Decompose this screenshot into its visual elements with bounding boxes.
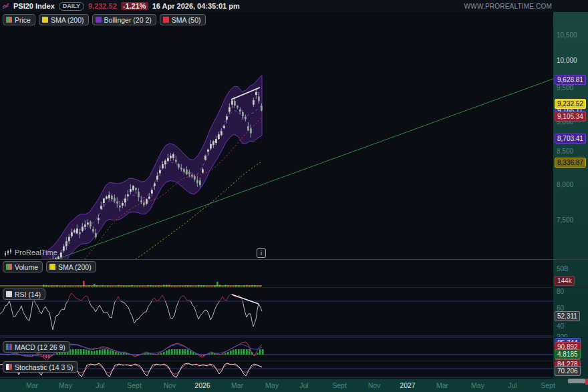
- legend-bollinger[interactable]: Bollinger (20 2): [92, 14, 156, 25]
- prorealtime-chart-window: PSI20 Index DAILY 9,232.52 -1.21% 16 Apr…: [0, 0, 588, 392]
- watermark-label: ProRealTime: [15, 248, 57, 256]
- bollinger-swatch-icon: [96, 17, 102, 23]
- legend-macd[interactable]: MACD (12 26 9): [3, 341, 70, 353]
- volume-swatch-icon: [6, 264, 12, 270]
- macd-legend-row: MACD (12 26 9): [3, 341, 70, 353]
- prorealtime-watermark: ProRealTime: [4, 248, 57, 256]
- legend-volume-label: Volume: [15, 263, 38, 271]
- legend-sma50-label: SMA (50): [172, 16, 201, 24]
- time-scrollbar-thumb[interactable]: [568, 379, 585, 383]
- legend-macd-label: MACD (12 26 9): [15, 343, 65, 351]
- sma50-swatch-icon: [163, 17, 169, 23]
- volume-legend-row: Volume SMA (200): [3, 261, 96, 272]
- rsi-legend-row: RSI (14): [3, 288, 45, 300]
- legend-sma200-label: SMA (200): [51, 16, 84, 24]
- stochastic-swatch-icon: [6, 364, 12, 370]
- rsi-swatch-icon: [6, 291, 12, 297]
- sma200-swatch-icon: [42, 17, 48, 23]
- legend-stochastic-label: Stochastic (14 3 5): [15, 363, 74, 371]
- legend-volume[interactable]: Volume: [3, 261, 43, 272]
- scroll-to-end-marker[interactable]: [585, 379, 588, 385]
- legend-sma200[interactable]: SMA (200): [39, 14, 89, 25]
- stochastic-legend-row: Stochastic (14 3 5): [3, 361, 78, 373]
- legend-rsi[interactable]: RSI (14): [3, 288, 45, 300]
- legend-sma50[interactable]: SMA (50): [160, 14, 206, 25]
- watermark-candles-icon: [4, 248, 12, 256]
- legend-price-label: Price: [15, 16, 31, 24]
- legend-stochastic[interactable]: Stochastic (14 3 5): [3, 361, 78, 373]
- price-legend-row: Price SMA (200) Bollinger (20 2) SMA (50…: [3, 14, 206, 25]
- legend-bollinger-label: Bollinger (20 2): [104, 16, 152, 24]
- price-swatch-icon: [6, 17, 12, 23]
- info-button[interactable]: i: [257, 248, 266, 258]
- legend-rsi-label: RSI (14): [15, 290, 41, 299]
- volume-sma200-swatch-icon: [49, 264, 55, 270]
- legend-price[interactable]: Price: [3, 14, 35, 25]
- legend-volume-sma200-label: SMA (200): [58, 263, 92, 271]
- chart-canvas[interactable]: [0, 0, 588, 392]
- legend-volume-sma200[interactable]: SMA (200): [46, 261, 96, 272]
- macd-swatch-icon: [6, 344, 12, 350]
